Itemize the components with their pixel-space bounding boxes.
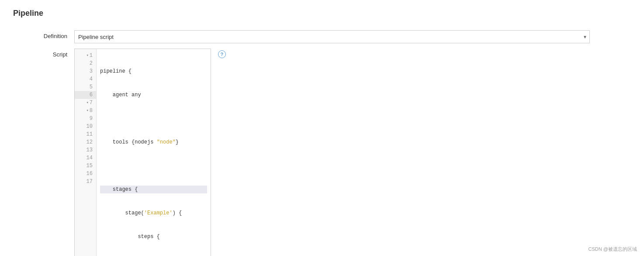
script-label: Script	[13, 49, 74, 58]
script-help-icon[interactable]: ?	[218, 50, 226, 58]
code-line-8: steps {	[100, 233, 207, 241]
code-line-4: tools {nodejs "node"}	[100, 138, 207, 146]
line-number-2: 2	[75, 60, 96, 67]
line-number-6: 6	[75, 91, 96, 99]
line-number-4: 4	[75, 75, 96, 83]
definition-select[interactable]: Pipeline scriptPipeline script from SCM	[74, 30, 590, 43]
code-line-7: stage('Example') {	[100, 209, 207, 217]
line-number-12: 12	[75, 138, 96, 146]
page-wrapper: Pipeline Definition Pipeline scriptPipel…	[0, 0, 644, 256]
line-number-15: 15	[75, 162, 96, 170]
script-row: Script ▾1 2 3 4 5 6 ▾7 ▾8 9	[13, 49, 631, 256]
line-number-7: ▾7	[75, 99, 96, 107]
line-number-5: 5	[75, 83, 96, 91]
fold-arrow-8: ▾	[86, 107, 88, 115]
fold-arrow-7: ▾	[86, 99, 88, 107]
line-number-16: 16	[75, 170, 96, 178]
script-editor[interactable]: ▾1 2 3 4 5 6 ▾7 ▾8 9 10 11 12 13	[74, 49, 211, 256]
page-title: Pipeline	[13, 9, 631, 21]
line-number-9: 9	[75, 115, 96, 123]
main-content: Pipeline Definition Pipeline scriptPipel…	[0, 0, 644, 256]
definition-control: Pipeline scriptPipeline script from SCM …	[74, 30, 631, 43]
line-number-14: 14	[75, 154, 96, 162]
script-editor-wrapper: ▾1 2 3 4 5 6 ▾7 ▾8 9 10 11 12 13	[74, 49, 211, 256]
fold-arrow-1: ▾	[86, 52, 88, 60]
definition-select-wrapper: Pipeline scriptPipeline script from SCM …	[74, 30, 590, 43]
line-number-8: ▾8	[75, 107, 96, 115]
line-number-17: 17	[75, 178, 96, 186]
definition-row: Definition Pipeline scriptPipeline scrip…	[13, 30, 631, 43]
footer-watermark: CSDN @被遗忘的区域	[589, 246, 637, 252]
line-number-3: 3	[75, 67, 96, 75]
line-number-11: 11	[75, 130, 96, 138]
code-line-1: pipeline {	[100, 67, 207, 75]
line-number-10: 10	[75, 123, 96, 130]
script-help-wrapper: ?	[215, 50, 226, 58]
code-line-2: agent any	[100, 91, 207, 99]
editor-outer: ▾1 2 3 4 5 6 ▾7 ▾8 9 10 11 12 13	[74, 49, 226, 256]
line-number-1: ▾1	[75, 52, 96, 60]
definition-label: Definition	[13, 30, 74, 39]
code-line-5	[100, 162, 207, 170]
code-line-3	[100, 115, 207, 123]
line-number-13: 13	[75, 146, 96, 154]
code-line-6: stages {	[100, 186, 207, 193]
line-numbers: ▾1 2 3 4 5 6 ▾7 ▾8 9 10 11 12 13	[75, 49, 97, 256]
code-area[interactable]: pipeline { agent any tools {nodejs "node…	[97, 49, 211, 256]
